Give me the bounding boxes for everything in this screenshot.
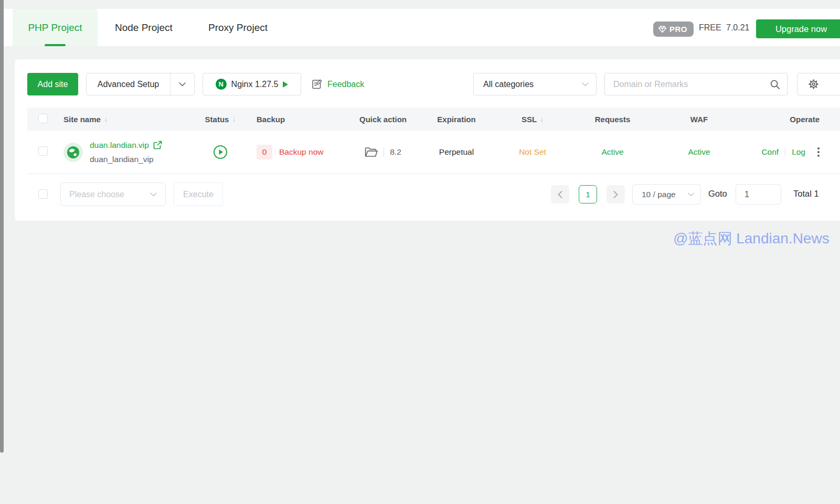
waf-status[interactable]: Active <box>653 147 745 157</box>
left-scrollbar-thumb[interactable] <box>0 0 4 453</box>
webserver-label: Nginx 1.27.5 <box>231 80 279 89</box>
header-backup: Backup <box>252 115 346 124</box>
site-remark: duan_landian_vip <box>90 155 162 164</box>
sort-ssl-icon[interactable]: ↓ <box>540 115 544 123</box>
category-select-value: All categories <box>483 80 534 89</box>
search-input[interactable] <box>605 73 762 95</box>
chevron-down-icon <box>150 192 157 197</box>
upgrade-now-button[interactable]: Upgrade now <box>756 19 840 38</box>
header-expiration: Expiration <box>420 115 493 124</box>
backup-now-link[interactable]: Backup now <box>279 147 323 157</box>
conf-link[interactable]: Conf <box>761 147 779 157</box>
batch-checkbox[interactable] <box>38 189 48 199</box>
expiration-value: Perpetual <box>420 147 493 157</box>
php-version[interactable]: 8.2 <box>390 147 401 157</box>
search-icon[interactable] <box>770 79 780 90</box>
execute-button[interactable]: Execute <box>174 183 223 206</box>
select-all-checkbox[interactable] <box>38 114 48 123</box>
site-globe-icon <box>63 143 83 162</box>
batch-action-select[interactable]: Please choose <box>60 183 166 206</box>
pro-badge[interactable]: PRO <box>653 22 694 37</box>
pagination-page-1[interactable]: 1 <box>579 185 597 203</box>
diamond-icon <box>658 26 667 33</box>
total-label: Total <box>793 189 812 198</box>
chevron-down-icon <box>688 192 694 197</box>
status-running-icon[interactable] <box>213 145 228 159</box>
header-requests: Requests <box>572 115 653 124</box>
chevron-down-icon <box>582 82 589 87</box>
pagination-prev-button[interactable] <box>551 185 569 203</box>
watermark: @蓝点网 Landian.News <box>673 229 830 249</box>
advanced-setup-label[interactable]: Advanced Setup <box>87 73 170 95</box>
divider <box>785 147 785 157</box>
total-count: Total 1 <box>793 189 819 199</box>
backup-count-badge[interactable]: 0 <box>257 145 272 159</box>
table-header-row: Site name ↓ Status ↓ Backup Quick action… <box>27 108 840 131</box>
header-ssl: SSL <box>522 115 537 124</box>
header-quick-action: Quick action <box>346 115 420 124</box>
divider <box>384 147 384 157</box>
advanced-setup-dropdown-toggle[interactable] <box>170 73 194 95</box>
table-row: duan.landian.vip duan_landian_vip 0 Back… <box>27 131 840 174</box>
batch-action-placeholder: Please choose <box>69 190 124 199</box>
tab-php-project-label: PHP Project <box>28 22 82 33</box>
sort-site-name-icon[interactable]: ↓ <box>104 115 108 123</box>
site-domain-link[interactable]: duan.landian.vip <box>90 141 162 149</box>
sort-status-icon[interactable]: ↓ <box>232 115 236 123</box>
active-tab-underline <box>45 44 66 46</box>
header-operate: Operate <box>745 115 840 124</box>
webserver-running-icon <box>283 81 288 88</box>
goto-page-input[interactable] <box>736 184 781 205</box>
category-select[interactable]: All categories <box>473 73 597 95</box>
advanced-setup-split-button[interactable]: Advanced Setup <box>86 73 195 95</box>
log-link[interactable]: Log <box>792 147 805 157</box>
more-actions-icon[interactable] <box>817 147 820 157</box>
add-site-button[interactable]: Add site <box>27 73 78 95</box>
page-size-select[interactable]: 10 / page <box>632 184 701 205</box>
open-folder-icon[interactable] <box>365 146 378 158</box>
pro-badge-label: PRO <box>669 25 687 34</box>
external-link-icon <box>153 141 162 149</box>
feedback-link[interactable]: Feedback <box>309 73 367 95</box>
chevron-down-icon <box>179 82 186 87</box>
requests-status[interactable]: Active <box>572 147 653 157</box>
webserver-button[interactable]: N Nginx 1.27.5 <box>203 73 301 95</box>
feedback-label: Feedback <box>327 80 364 89</box>
page-size-value: 10 / page <box>642 190 676 199</box>
pagination-next-button[interactable] <box>607 185 625 203</box>
plan-label: FREE <box>699 9 721 46</box>
header-status: Status <box>205 115 229 124</box>
tab-node-project[interactable]: Node Project <box>115 9 173 46</box>
search-box <box>604 73 788 95</box>
total-value: 1 <box>814 189 818 198</box>
gear-icon <box>807 78 820 90</box>
header-site-name: Site name <box>63 115 101 124</box>
feedback-note-icon <box>312 79 323 90</box>
row-checkbox[interactable] <box>38 146 48 156</box>
column-settings-button[interactable] <box>797 73 840 95</box>
goto-label: Goto <box>708 189 727 199</box>
chevron-left-icon <box>558 191 562 198</box>
site-domain-text: duan.landian.vip <box>90 141 149 149</box>
tab-proxy-project[interactable]: Proxy Project <box>208 9 268 46</box>
site-list-card: Add site Advanced Setup N Nginx 1.27.5 F… <box>15 59 840 221</box>
version-label: 7.0.21 <box>726 9 749 46</box>
header-waf: WAF <box>653 115 745 124</box>
nginx-icon: N <box>216 79 227 90</box>
tab-php-project[interactable]: PHP Project <box>13 9 98 46</box>
top-tab-bar: PHP Project Node Project Proxy Project P… <box>4 9 840 46</box>
chevron-right-icon <box>613 191 618 198</box>
ssl-status[interactable]: Not Set <box>493 147 572 157</box>
